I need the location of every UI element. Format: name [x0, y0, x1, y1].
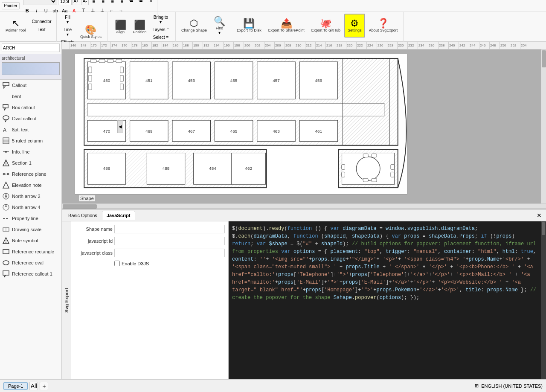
fill-button[interactable]: Fill ▾ [59, 14, 76, 26]
font-size-increase-button[interactable]: A+ [73, 0, 80, 5]
settings-button[interactable]: ⚙ Settings [344, 14, 365, 38]
export-to-sharepoint-button[interactable]: 📤 Export To SharePoint [265, 14, 308, 38]
about-icon: ❓ [378, 19, 389, 28]
svg-point-12 [5, 151, 7, 153]
svg-marker-18 [3, 182, 9, 188]
sidebar-item-elevation-note[interactable]: Elevation note [0, 180, 61, 191]
bottom-form-panel: Shape name javascript id javascript clas… [71, 221, 229, 379]
collapse-sidebar-button[interactable]: ◀ [117, 120, 123, 133]
sidebar-item-north-arrow4[interactable]: North arrow 4 [0, 202, 61, 213]
svg-rect-86 [372, 178, 377, 182]
svg-point-31 [3, 261, 9, 265]
javascript-class-label: javascript class [74, 250, 113, 256]
toolbar: Painter Arial 12pt A+ A- ≡ ≡ ≡ ≡ ≔ ≔ ⇥ B… [0, 0, 546, 42]
bullets-button[interactable]: ≔ [127, 0, 136, 6]
svg-rect-42 [88, 75, 92, 81]
tab-javascript[interactable]: JavaScript [102, 211, 135, 220]
north-arrow4-icon [2, 203, 10, 212]
page-tab-1[interactable]: Page-1 [3, 382, 28, 390]
sidebar-item-ref-rect[interactable]: Reference rectangle [0, 246, 61, 257]
export-to-disk-button[interactable]: 💾 Export To Disk [234, 14, 264, 38]
canvas-with-ruler: 122 124 126 128 130 132 134 136 138 140 … [62, 49, 546, 203]
enable-d3js-checkbox[interactable] [114, 261, 120, 266]
align-right-button[interactable]: ≡ [108, 0, 117, 6]
oval-callout-label: Oval callout [12, 116, 36, 121]
format-painter-button[interactable]: Painter [2, 2, 20, 9]
sidebar-item-section1[interactable]: Section 1 [0, 157, 61, 168]
horizontal-scrollbar[interactable] [62, 203, 546, 209]
change-shape-button[interactable]: ⬡ Change Shape [178, 14, 210, 38]
position-button[interactable]: ⬛ Position [130, 15, 150, 39]
tab-basic-options[interactable]: Basic Options [64, 211, 102, 220]
sidebar-item-5ruled[interactable]: 5 ruled column [0, 135, 61, 146]
export-to-github-button[interactable]: 🐙 Export To GitHub [308, 14, 343, 38]
settings-label: Settings [348, 28, 362, 32]
svg-export-sidebar-label[interactable]: Svg Export [62, 221, 71, 379]
text-button[interactable]: Text [29, 26, 53, 33]
svg-marker-21 [5, 196, 7, 199]
shape-name-input[interactable] [114, 225, 225, 233]
quick-styles-button[interactable]: 🎨 Quick Styles [77, 20, 105, 44]
indent-button[interactable]: ⇥ [146, 0, 154, 6]
about-button[interactable]: ❓ About SvgExport [366, 14, 401, 38]
sidebar-item-property-line[interactable]: Property line [0, 213, 61, 224]
sidebar-item-callout-bent2[interactable]: bent [0, 91, 61, 102]
font-name-select[interactable]: Arial [23, 0, 57, 5]
north-arrow2-label: North arrow 2 [12, 194, 41, 199]
pointer-tool-button[interactable]: ↖ Pointer Tool [3, 14, 29, 38]
code-editor[interactable]: $(document).ready(function () { var diag… [229, 221, 541, 379]
note-symbol-label: Note symbol [12, 238, 38, 243]
select-button[interactable]: Select = [151, 34, 171, 41]
line-button[interactable]: Line ▾ [59, 26, 76, 38]
align-center-button[interactable]: ≡ [99, 0, 107, 6]
svg-rect-57 [87, 103, 384, 116]
sidebar-item-8pt-text[interactable]: A 8pt. text [0, 124, 61, 135]
ref-rect-icon [2, 247, 10, 256]
align-button[interactable]: ⬛ Align [112, 15, 129, 39]
svg-rect-40 [116, 59, 122, 63]
font-size-input[interactable]: 12pt [58, 0, 72, 5]
callout-bent2-label: bent [12, 94, 21, 99]
numbering-button[interactable]: ≔ [136, 0, 145, 6]
scrollbar-thumb-v[interactable] [542, 50, 546, 67]
status-icon: ⊞ [475, 383, 479, 389]
add-page-button[interactable]: + [40, 382, 48, 390]
javascript-id-input[interactable] [114, 237, 225, 245]
sidebar-item-ref-oval[interactable]: Reference oval [0, 257, 61, 268]
align-left-button[interactable]: ≡ [90, 0, 98, 6]
svg-marker-4 [5, 120, 6, 122]
main-area: architectural Callout - bent Box callout [0, 42, 546, 379]
export-sharepoint-icon: 📤 [281, 19, 292, 28]
svg-text:451: 451 [145, 78, 153, 83]
find-button[interactable]: 🔍 Find ▾ [211, 14, 228, 38]
connector-button[interactable]: Connector [29, 18, 53, 25]
sidebar-item-drawing-scale[interactable]: Drawing scale [0, 224, 61, 235]
sidebar-item-callout-bent[interactable]: Callout - [0, 80, 61, 91]
close-panel-button[interactable]: ✕ [534, 212, 544, 219]
code-scrollbar-thumb[interactable] [542, 222, 545, 235]
justify-button[interactable]: ≡ [118, 0, 126, 6]
page-tabs-bar: Page-1 All + ⊞ ENGLISH (UNITED STATES) [0, 379, 546, 392]
search-input[interactable] [2, 44, 60, 52]
sidebar-item-ref-callout1[interactable]: Reference callout 1 [0, 268, 61, 279]
sidebar-item-box-callout[interactable]: Box callout [0, 102, 61, 113]
font-size-decrease-button[interactable]: A- [81, 0, 89, 5]
drawing-canvas[interactable]: 450 451 [62, 49, 541, 203]
svg-text:465: 465 [230, 129, 238, 134]
sidebar-item-info-line[interactable]: Info. line [0, 146, 61, 157]
sidebar-item-north-arrow2[interactable]: North arrow 2 [0, 191, 61, 202]
vertical-scrollbar[interactable] [541, 49, 546, 203]
all-pages-button[interactable]: All [29, 382, 38, 390]
sidebar-item-oval-callout[interactable]: Oval callout [0, 113, 61, 124]
pointer-icon: ↖ [12, 19, 20, 28]
enable-d3js-label: Enable D3JS [122, 261, 149, 266]
code-scrollbar[interactable] [541, 221, 546, 379]
scrollbar-thumb-h[interactable] [63, 204, 97, 209]
layers-button[interactable]: Layers = [151, 26, 171, 33]
javascript-class-input[interactable] [114, 249, 225, 257]
sidebar-item-note-symbol[interactable]: Note symbol [0, 235, 61, 246]
sidebar-item-ref-plane[interactable]: Reference plane [0, 168, 61, 180]
shape-name-label: Shape name [74, 226, 113, 232]
bring-to-button[interactable]: Bring to ▾ [151, 14, 171, 26]
javascript-class-row: javascript class [74, 249, 225, 257]
